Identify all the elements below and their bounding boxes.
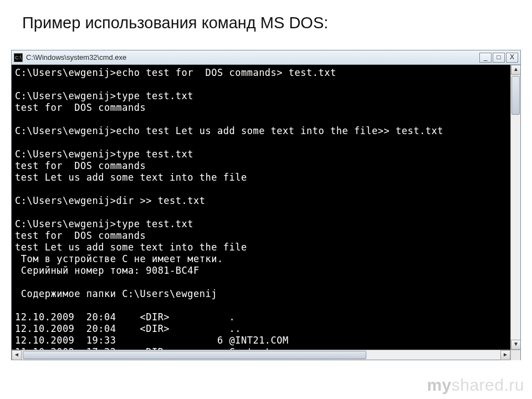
- vertical-scroll-thumb[interactable]: [511, 76, 520, 115]
- console-line: C:\Users\ewgenij>dir >> test.txt: [15, 195, 507, 207]
- console-line: Содержимое папки C:\Users\ewgenij: [15, 288, 507, 300]
- console-line: Серийный номер тома: 9081-BC4F: [15, 265, 507, 277]
- scrollbar-corner: [510, 350, 520, 360]
- console-line: 12.10.2009 20:04 <DIR> ..: [15, 323, 507, 335]
- console-line: [15, 300, 507, 311]
- slide-heading: Пример использования команд MS DOS:: [22, 14, 328, 32]
- console-line: C:\Users\ewgenij>type test.txt: [15, 90, 507, 102]
- maximize-button[interactable]: □: [493, 53, 505, 63]
- console-line: test Let us add some text into the file: [15, 172, 507, 183]
- vertical-scroll-track[interactable]: [511, 75, 520, 340]
- console-output[interactable]: C:\Users\ewgenij>echo test for DOS comma…: [12, 65, 510, 350]
- window-client-area: C:\Users\ewgenij>echo test for DOS comma…: [12, 65, 520, 350]
- console-line: [15, 277, 507, 288]
- console-line: test for DOS commands: [15, 160, 507, 172]
- console-line: C:\Users\ewgenij>echo test for DOS comma…: [15, 67, 507, 79]
- console-line: 12.10.2009 19:33 6 @INT21.COM: [15, 335, 507, 346]
- console-line: [15, 183, 507, 195]
- console-line: C:\Users\ewgenij>type test.txt: [15, 149, 507, 160]
- scroll-left-icon[interactable]: ◄: [12, 350, 22, 360]
- cmd-icon: C:\: [14, 53, 23, 62]
- console-line: C:\Users\ewgenij>echo test Let us add so…: [15, 125, 507, 137]
- scroll-right-icon[interactable]: ►: [500, 350, 510, 360]
- horizontal-scrollbar[interactable]: ◄ ►: [12, 350, 520, 360]
- window-title: C:\Windows\system32\cmd.exe: [26, 53, 479, 62]
- console-line: C:\Users\ewgenij>type test.txt: [15, 218, 507, 230]
- window-buttons: _ □ X: [479, 53, 518, 63]
- watermark: myshared.ru: [427, 376, 524, 395]
- watermark-suffix: .ru: [504, 376, 524, 394]
- horizontal-scroll-track[interactable]: [22, 350, 500, 360]
- close-button[interactable]: X: [506, 53, 518, 63]
- console-line: [15, 137, 507, 149]
- vertical-scrollbar[interactable]: ▲ ▼: [510, 65, 520, 350]
- minimize-button[interactable]: _: [479, 53, 492, 63]
- watermark-brand: my: [427, 376, 451, 394]
- window-titlebar[interactable]: C:\ C:\Windows\system32\cmd.exe _ □ X: [12, 50, 520, 65]
- cmd-window: C:\ C:\Windows\system32\cmd.exe _ □ X C:…: [11, 50, 521, 360]
- console-line: test for DOS commands: [15, 230, 507, 242]
- console-line: 12.10.2009 20:04 <DIR> .: [15, 311, 507, 323]
- scroll-down-icon[interactable]: ▼: [511, 340, 520, 350]
- horizontal-scroll-thumb[interactable]: [23, 351, 366, 359]
- scroll-up-icon[interactable]: ▲: [511, 65, 520, 75]
- console-line: test for DOS commands: [15, 102, 507, 114]
- console-line: [15, 79, 507, 90]
- console-line: [15, 207, 507, 218]
- console-line: test Let us add some text into the file: [15, 242, 507, 253]
- console-line: Том в устройстве C не имеет метки.: [15, 253, 507, 265]
- watermark-rest: shared: [452, 376, 504, 394]
- page: Пример использования команд MS DOS: C:\ …: [0, 0, 532, 399]
- console-line: [15, 114, 507, 125]
